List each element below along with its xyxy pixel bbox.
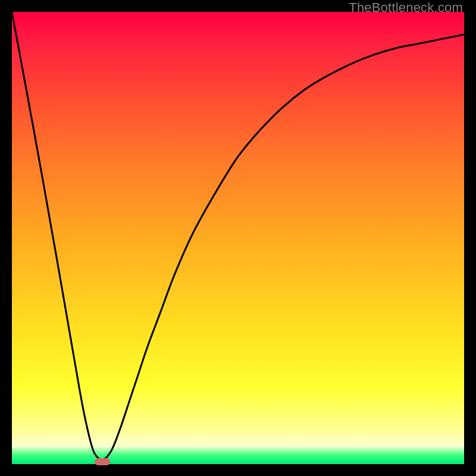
chart-frame: TheBottleneck.com: [0, 0, 476, 476]
plot-area: [12, 12, 464, 464]
watermark-text: TheBottleneck.com: [349, 0, 463, 15]
optimum-marker: [95, 458, 110, 465]
